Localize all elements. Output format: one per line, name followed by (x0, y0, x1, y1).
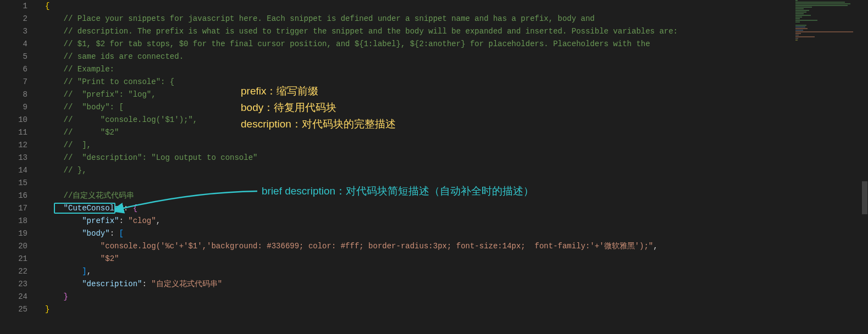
line-number: 18 (0, 215, 27, 227)
line-number: 11 (0, 126, 27, 139)
line-number: 12 (0, 139, 27, 152)
code-line: // ], (45, 139, 868, 152)
line-number: 14 (0, 164, 27, 177)
code-line: // "$2" (45, 126, 868, 139)
code-line: // same ids are connected. (45, 51, 868, 63)
line-number: 17 (0, 202, 27, 215)
code-line: // description. The prefix is what is us… (45, 25, 868, 38)
code-line (45, 177, 868, 190)
line-number: 22 (0, 265, 27, 278)
code-line: "console.log('%c'+'$1','background: #336… (45, 240, 868, 253)
scrollbar-thumb[interactable] (862, 181, 867, 214)
line-number: 10 (0, 114, 27, 126)
code-line: // "description": "Log output to console… (45, 152, 868, 164)
code-line: // Place your snippets for javascript he… (45, 13, 868, 25)
scrollbar-vertical[interactable] (860, 0, 868, 334)
code-line: "$2" (45, 253, 868, 265)
line-number: 1 (0, 0, 27, 13)
minimap[interactable] (794, 0, 860, 334)
line-number: 23 (0, 278, 27, 291)
editor-container: 1 2 3 4 5 6 7 8 9 10 11 12 13 14 15 16 1… (0, 0, 868, 334)
line-number: 16 (0, 190, 27, 202)
line-number: 2 (0, 13, 27, 25)
code-line: { (45, 0, 868, 13)
code-line: "prefix": "clog", (45, 215, 868, 227)
code-line: // $1, $2 for tab stops, $0 for the fina… (45, 38, 868, 51)
line-number: 20 (0, 240, 27, 253)
code-line: // Example: (45, 63, 868, 76)
line-number: 6 (0, 63, 27, 76)
code-line: } (45, 303, 868, 316)
line-number: 4 (0, 38, 27, 51)
code-area[interactable]: { // Place your snippets for javascript … (37, 0, 868, 334)
line-number: 25 (0, 303, 27, 316)
code-line: ], (45, 265, 868, 278)
line-number-gutter: 1 2 3 4 5 6 7 8 9 10 11 12 13 14 15 16 1… (0, 0, 37, 334)
code-line: // "console.log('$1');", (45, 114, 868, 126)
code-line: // "body": [ (45, 101, 868, 114)
code-line: "description": "自定义花式代码串" (45, 278, 868, 291)
line-number: 5 (0, 51, 27, 63)
line-number: 13 (0, 152, 27, 164)
code-line: //自定义花式代码串 (45, 190, 868, 202)
line-number: 21 (0, 253, 27, 265)
line-number: 7 (0, 76, 27, 88)
code-line: "body": [ (45, 227, 868, 240)
code-line: // "prefix": "log", (45, 88, 868, 101)
code-line: // }, (45, 164, 868, 177)
code-line: // "Print to console": { (45, 76, 868, 88)
line-number: 15 (0, 177, 27, 190)
line-number: 9 (0, 101, 27, 114)
line-number: 24 (0, 291, 27, 303)
line-number: 3 (0, 25, 27, 38)
line-number: 8 (0, 88, 27, 101)
code-line: "CuteConsole": { (45, 202, 868, 215)
line-number: 19 (0, 227, 27, 240)
code-line: } (45, 291, 868, 303)
